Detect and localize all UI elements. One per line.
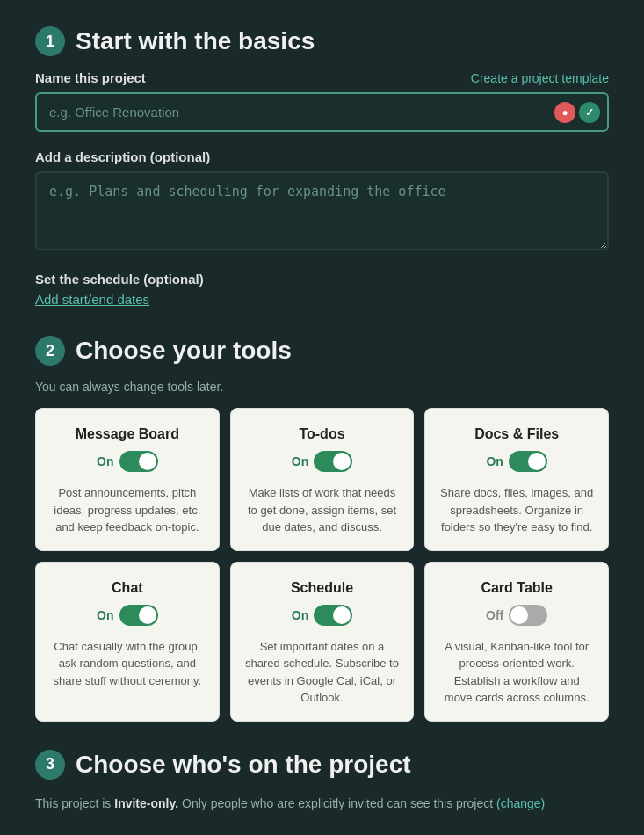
toggle-wrap: On	[245, 451, 400, 472]
red-icon: ●	[554, 102, 575, 123]
toggle-knob	[528, 453, 546, 470]
tool-desc: Set important dates on a shared schedule…	[245, 638, 400, 707]
toggle-knob	[333, 606, 351, 624]
tool-name: To-dos	[245, 426, 400, 442]
privacy-bold: Invite-only.	[114, 796, 178, 810]
step3-header: 3 Choose who's on the project	[35, 750, 609, 780]
step2-badge: 2	[35, 336, 65, 366]
toggle-chat[interactable]	[119, 605, 158, 626]
toggle-label: On	[486, 454, 503, 468]
desc-field-label: Add a description (optional)	[35, 149, 609, 164]
tool-card-chat: Chat On Chat casually with the group, as…	[35, 562, 220, 722]
tool-card-to-dos: To-dos On Make lists of work that needs …	[230, 408, 415, 551]
toggle-knob	[139, 453, 156, 470]
input-icons: ● ✓	[554, 102, 600, 123]
template-link[interactable]: Create a project template	[471, 71, 609, 85]
toggle-label: On	[292, 608, 308, 622]
step1-title: Start with the basics	[76, 27, 315, 55]
tool-name: Card Table	[439, 580, 594, 596]
tool-card-schedule: Schedule On Set important dates on a sha…	[230, 562, 415, 722]
toggle-wrap: On	[50, 451, 205, 472]
step2-section: 2 Choose your tools You can always chang…	[35, 336, 609, 722]
green-icon: ✓	[579, 102, 600, 123]
toggle-label: On	[292, 454, 308, 468]
tool-card-docs-&-files: Docs & Files On Share docs, files, image…	[424, 408, 609, 551]
toggle-message-board[interactable]	[119, 451, 158, 472]
toggle-docs-&-files[interactable]	[509, 451, 547, 472]
toggle-wrap: On	[245, 605, 400, 626]
toggle-wrap: Off	[439, 605, 594, 626]
tools-subtitle: You can always change tools later.	[35, 380, 609, 394]
step2-header: 2 Choose your tools	[35, 336, 609, 366]
schedule-label: Set the schedule (optional)	[35, 272, 609, 287]
name-input-wrapper: ● ✓	[35, 92, 609, 132]
tool-name: Chat	[50, 580, 205, 596]
name-field-label: Name this project Create a project templ…	[35, 70, 609, 85]
step1-header: 1 Start with the basics	[35, 26, 609, 56]
schedule-link[interactable]: Add start/end dates	[35, 292, 149, 307]
tool-desc: Chat casually with the group, ask random…	[50, 638, 205, 690]
toggle-to-dos[interactable]	[314, 451, 352, 472]
privacy-text: This project is Invite-only. Only people…	[35, 794, 609, 813]
step3-badge: 3	[35, 750, 65, 780]
project-name-input[interactable]	[35, 92, 609, 132]
tool-name: Message Board	[50, 426, 205, 442]
step2-title: Choose your tools	[76, 337, 292, 365]
project-desc-input[interactable]	[35, 171, 609, 250]
toggle-knob	[139, 606, 156, 624]
change-link[interactable]: (change)	[496, 796, 545, 810]
toggle-label: Off	[486, 608, 503, 622]
toggle-wrap: On	[50, 605, 205, 626]
toggle-label: On	[97, 608, 113, 622]
toggle-wrap: On	[439, 451, 594, 472]
tool-name: Schedule	[245, 580, 400, 596]
step3-section: 3 Choose who's on the project This proje…	[35, 750, 609, 813]
toggle-knob	[333, 453, 351, 470]
step1-badge: 1	[35, 26, 65, 56]
tool-desc: Share docs, files, images, and spreadshe…	[439, 484, 594, 536]
toggle-knob	[510, 606, 528, 624]
toggle-label: On	[97, 454, 113, 468]
step3-title: Choose who's on the project	[76, 751, 411, 779]
step1-section: 1 Start with the basics Name this projec…	[35, 26, 609, 308]
tool-desc: A visual, Kanban-like tool for process-o…	[439, 638, 594, 707]
toggle-schedule[interactable]	[314, 605, 352, 626]
tool-desc: Post announcements, pitch ideas, progres…	[50, 484, 205, 536]
tool-desc: Make lists of work that needs to get don…	[245, 484, 400, 536]
tool-name: Docs & Files	[439, 426, 594, 442]
tool-card-message-board: Message Board On Post announcements, pit…	[35, 408, 220, 551]
tools-grid: Message Board On Post announcements, pit…	[35, 408, 609, 722]
tool-card-card-table: Card Table Off A visual, Kanban-like too…	[424, 562, 609, 722]
toggle-card-table[interactable]	[509, 605, 547, 626]
